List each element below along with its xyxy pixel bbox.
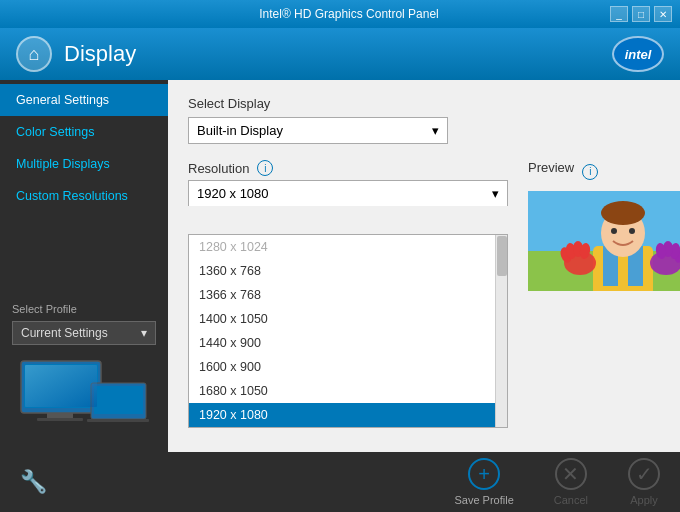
sidebar-bottom: Select Profile Current Settings ▾ xyxy=(0,291,168,452)
profile-dropdown-arrow: ▾ xyxy=(141,326,147,340)
monitors-illustration xyxy=(12,357,156,440)
apply-action[interactable]: ✓ Apply xyxy=(628,458,660,506)
preview-svg xyxy=(528,191,680,291)
select-profile-label: Select Profile xyxy=(12,303,156,315)
sidebar-item-color-settings[interactable]: Color Settings xyxy=(0,116,168,148)
maximize-button[interactable]: □ xyxy=(632,6,650,22)
display-value: Built-in Display xyxy=(197,123,283,138)
sidebar-item-multiple-displays[interactable]: Multiple Displays xyxy=(0,148,168,180)
save-profile-button[interactable]: + xyxy=(468,458,500,490)
resolution-option-5[interactable]: 1600 x 900 xyxy=(189,355,507,379)
close-button[interactable]: ✕ xyxy=(654,6,672,22)
cancel-label: Cancel xyxy=(554,494,588,506)
preview-image xyxy=(528,191,680,291)
title-bar: Intel® HD Graphics Control Panel _ □ ✕ xyxy=(0,0,680,28)
footer-left: 🔧 xyxy=(20,469,47,495)
svg-rect-6 xyxy=(87,419,149,422)
resolution-row: Resolution i xyxy=(188,160,508,176)
resolution-dropdown-container: 1920 x 1080 ▾ 1280 x 1024 1360 x 768 136… xyxy=(188,180,508,400)
cancel-action[interactable]: ✕ Cancel xyxy=(554,458,588,506)
monitors-svg xyxy=(19,357,149,437)
home-button[interactable]: ⌂ xyxy=(16,36,52,72)
svg-rect-3 xyxy=(37,418,83,421)
resolution-option-3[interactable]: 1400 x 1050 xyxy=(189,307,507,331)
footer-actions: + Save Profile ✕ Cancel ✓ Apply xyxy=(454,458,660,506)
cancel-button[interactable]: ✕ xyxy=(555,458,587,490)
svg-rect-7 xyxy=(25,365,97,407)
content-left: Resolution i 1920 x 1080 ▾ 1280 x 1024 1… xyxy=(188,160,508,400)
apply-label: Apply xyxy=(630,494,658,506)
svg-point-15 xyxy=(611,228,617,234)
resolution-option-6[interactable]: 1680 x 1050 xyxy=(189,379,507,403)
app-header: ⌂ Display intel xyxy=(0,28,680,80)
sidebar-item-general-settings[interactable]: General Settings xyxy=(0,84,168,116)
profile-dropdown[interactable]: Current Settings ▾ xyxy=(12,321,156,345)
sidebar: General Settings Color Settings Multiple… xyxy=(0,80,168,452)
resolution-option-2[interactable]: 1366 x 768 xyxy=(189,283,507,307)
footer: 🔧 + Save Profile ✕ Cancel ✓ Apply xyxy=(0,452,680,512)
dropdown-scrollbar[interactable] xyxy=(495,235,507,427)
sidebar-item-custom-resolutions[interactable]: Custom Resolutions xyxy=(0,180,168,212)
resolution-option-0[interactable]: 1280 x 1024 xyxy=(189,235,507,259)
apply-button[interactable]: ✓ xyxy=(628,458,660,490)
main-layout: General Settings Color Settings Multiple… xyxy=(0,80,680,452)
preview-label: Preview xyxy=(528,160,574,175)
display-dropdown[interactable]: Built-in Display ▾ xyxy=(188,117,448,144)
resolution-info-icon[interactable]: i xyxy=(257,160,273,176)
save-profile-action[interactable]: + Save Profile xyxy=(454,458,513,506)
window-title: Intel® HD Graphics Control Panel xyxy=(88,7,610,21)
content-right: Preview i xyxy=(528,160,680,400)
select-display-label: Select Display xyxy=(188,96,680,111)
svg-rect-2 xyxy=(47,413,73,418)
header-title: Display xyxy=(64,41,600,67)
sidebar-nav: General Settings Color Settings Multiple… xyxy=(0,84,168,291)
tools-icon[interactable]: 🔧 xyxy=(20,469,47,495)
display-dropdown-arrow: ▾ xyxy=(432,123,439,138)
resolution-dropdown-arrow: ▾ xyxy=(492,186,499,201)
profile-value: Current Settings xyxy=(21,326,108,340)
svg-rect-5 xyxy=(94,386,143,414)
window-controls[interactable]: _ □ ✕ xyxy=(610,6,672,22)
intel-logo: intel xyxy=(612,36,664,72)
resolution-option-4[interactable]: 1440 x 900 xyxy=(189,331,507,355)
scrollbar-thumb[interactable] xyxy=(497,236,507,276)
resolution-option-7[interactable]: 1920 x 1080 xyxy=(189,403,507,427)
resolution-option-1[interactable]: 1360 x 768 xyxy=(189,259,507,283)
content-area: Select Display Built-in Display ▾ Resolu… xyxy=(168,80,680,452)
svg-point-14 xyxy=(601,201,645,225)
resolution-dropdown-header[interactable]: 1920 x 1080 ▾ xyxy=(188,180,508,206)
svg-point-16 xyxy=(629,228,635,234)
resolution-dropdown-list: 1280 x 1024 1360 x 768 1366 x 768 1400 x… xyxy=(188,234,508,428)
resolution-label: Resolution xyxy=(188,161,249,176)
save-profile-label: Save Profile xyxy=(454,494,513,506)
preview-info-icon[interactable]: i xyxy=(582,164,598,180)
minimize-button[interactable]: _ xyxy=(610,6,628,22)
content-columns: Resolution i 1920 x 1080 ▾ 1280 x 1024 1… xyxy=(188,160,680,400)
resolution-selected-value: 1920 x 1080 xyxy=(197,186,269,201)
